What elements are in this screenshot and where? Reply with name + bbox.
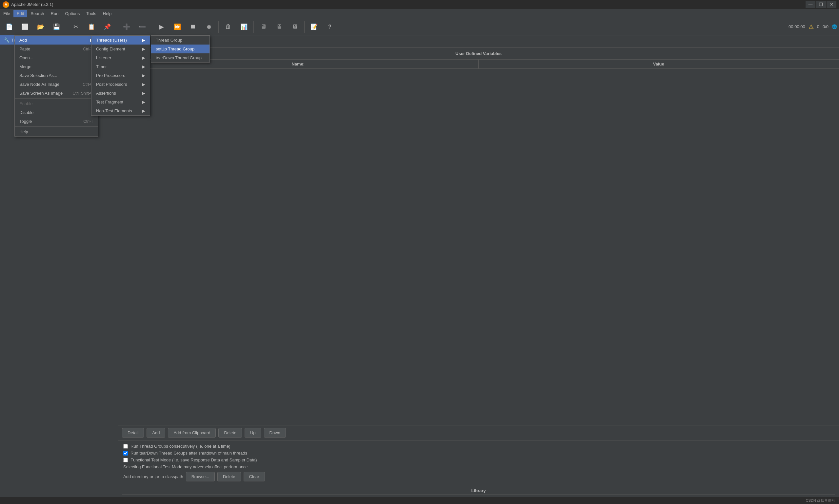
- timer-display: 00:00:00: [788, 24, 805, 29]
- expand-button[interactable]: ➕: [119, 20, 134, 34]
- ctx-pre-processors-label: Pre Processors: [96, 73, 125, 78]
- menu-search[interactable]: Search: [27, 10, 47, 17]
- run-consecutively-checkbox[interactable]: [123, 444, 128, 449]
- browse-button[interactable]: Browse...: [186, 472, 215, 481]
- stop-button[interactable]: ⏹: [186, 20, 200, 34]
- ctx-listener-item[interactable]: Listener ▶: [91, 53, 150, 62]
- ctx-toggle-item[interactable]: Toggle Ctrl-T: [15, 117, 98, 126]
- classpath-clear-button[interactable]: Clear: [244, 472, 265, 481]
- shutdown-button[interactable]: ⊗: [202, 20, 216, 34]
- ctx-enable-item: Enable: [15, 99, 98, 108]
- table-body: [118, 69, 839, 425]
- toolbar-sep-6: [304, 21, 305, 33]
- ctx-paste-label: Paste: [19, 47, 30, 51]
- remote-stop-button[interactable]: 🖥: [288, 20, 302, 34]
- close-button[interactable]: ✕: [826, 1, 836, 8]
- run-teardown-label: Run tearDown Thread Groups after shutdow…: [131, 451, 247, 455]
- menu-help[interactable]: Help: [100, 10, 115, 17]
- title-bar: A Apache JMeter (5.2.1) — ❐ ✕: [0, 0, 839, 9]
- col-value: Value: [479, 59, 839, 69]
- minimize-button[interactable]: —: [806, 1, 816, 8]
- context-menu-edit: Add ▶ Paste Ctrl-V Open... Merge Save Se…: [14, 35, 98, 137]
- ctx-save-selection-item[interactable]: Save Selection As...: [15, 71, 98, 80]
- remote-start-button[interactable]: 🖥: [256, 20, 271, 34]
- new-button[interactable]: 📄: [2, 20, 16, 34]
- button-row: Detail Add Add from Clipboard Delete Up …: [118, 425, 839, 440]
- options-section: Run Thread Groups consecutively (i.e. on…: [118, 440, 839, 485]
- run-button[interactable]: ▶: [154, 20, 169, 34]
- ctx-threads-users-label: Threads (Users): [96, 38, 127, 42]
- cut-button[interactable]: ✂: [69, 20, 83, 34]
- ctx-timer-arrow: ▶: [142, 64, 145, 69]
- ctx-add-label: Add: [19, 38, 27, 42]
- ctx-test-fragment-item[interactable]: Test Fragment ▶: [91, 97, 150, 106]
- add-from-clipboard-button[interactable]: Add from Clipboard: [168, 428, 216, 437]
- menu-file[interactable]: File: [0, 10, 14, 17]
- collapse-button[interactable]: ➖: [135, 20, 150, 34]
- ctx-setup-thread-group-item[interactable]: setUp Thread Group: [151, 44, 209, 53]
- menu-options[interactable]: Options: [62, 10, 83, 17]
- ctx-save-node-image-item[interactable]: Save Node As Image Ctrl-G: [15, 80, 98, 89]
- ctx-config-element-arrow: ▶: [142, 47, 145, 51]
- ctx-disable-item[interactable]: Disable: [15, 108, 98, 117]
- copy-button[interactable]: 📋: [84, 20, 99, 34]
- clear-all-button[interactable]: 🗑: [221, 20, 235, 34]
- ctx-paste-item[interactable]: Paste Ctrl-V: [15, 44, 98, 53]
- ctx-non-test-elements-item[interactable]: Non-Test Elements ▶: [91, 106, 150, 115]
- ctx-open-label: Open...: [19, 55, 33, 60]
- ctx-sep-1: [15, 98, 98, 98]
- menu-bar: File Edit Search Run Options Tools Help: [0, 9, 839, 18]
- ctx-thread-group-item[interactable]: Thread Group: [151, 36, 209, 44]
- menu-run[interactable]: Run: [48, 10, 62, 17]
- open-button[interactable]: 📂: [33, 20, 48, 34]
- ctx-open-item[interactable]: Open...: [15, 53, 98, 62]
- clear-button[interactable]: 📊: [237, 20, 251, 34]
- up-button[interactable]: Up: [244, 428, 261, 437]
- ctx-disable-label: Disable: [19, 110, 33, 115]
- ctx-assertions-item[interactable]: Assertions ▶: [91, 89, 150, 97]
- functional-test-mode-checkbox[interactable]: [123, 458, 128, 463]
- ctx-config-element-item[interactable]: Config Element ▶: [91, 44, 150, 53]
- toolbar-sep-1: [66, 21, 66, 33]
- run-no-pause-button[interactable]: ⏩: [170, 20, 185, 34]
- toolbar-right: 00:00:00 ⚠ 0 0/0 🌐: [788, 23, 837, 31]
- ctx-teardown-thread-group-label: tearDown Thread Group: [156, 55, 202, 60]
- classpath-delete-button[interactable]: Delete: [217, 472, 241, 481]
- detail-button[interactable]: Detail: [122, 428, 144, 437]
- ctx-assertions-label: Assertions: [96, 91, 116, 96]
- ctx-merge-label: Merge: [19, 64, 32, 69]
- ctx-merge-item[interactable]: Merge: [15, 62, 98, 71]
- ctx-pre-processors-item[interactable]: Pre Processors ▶: [91, 71, 150, 80]
- add-button[interactable]: Add: [147, 428, 165, 437]
- ctx-save-screen-image-item[interactable]: Save Screen As Image Ctrl+Shift-G: [15, 89, 98, 97]
- down-button[interactable]: Down: [264, 428, 286, 437]
- option-row-1: Run Thread Groups consecutively (i.e. on…: [123, 444, 834, 449]
- menu-tools[interactable]: Tools: [83, 10, 99, 17]
- ctx-add-item[interactable]: Add ▶: [15, 36, 98, 44]
- delete-button[interactable]: Delete: [218, 428, 242, 437]
- table-header: Name: Value: [118, 59, 839, 69]
- toolbar: 📄 ⬜ 📂 💾 ✂ 📋 📌 ➕ ➖ ▶ ⏩ ⏹ ⊗ 🗑 📊 🖥 🖥 🖥 📝 ? …: [0, 18, 839, 35]
- save-button[interactable]: 💾: [49, 20, 64, 34]
- ctx-teardown-thread-group-item[interactable]: tearDown Thread Group: [151, 53, 209, 62]
- ctx-help-item[interactable]: Help: [15, 127, 98, 136]
- ctx-threads-users-item[interactable]: Threads (Users) ▶: [91, 36, 150, 44]
- ctx-test-fragment-arrow: ▶: [142, 100, 145, 105]
- library-table: Library: [118, 485, 839, 497]
- menu-edit[interactable]: Edit: [14, 10, 27, 17]
- status-text: CSDN @低音偷号: [806, 498, 835, 503]
- restore-button[interactable]: ❐: [816, 1, 826, 8]
- log-button[interactable]: 📝: [307, 20, 321, 34]
- ctx-timer-item[interactable]: Timer ▶: [91, 62, 150, 71]
- run-consecutively-label: Run Thread Groups consecutively (i.e. on…: [131, 444, 230, 449]
- remote-start-all-button[interactable]: 🖥: [272, 20, 286, 34]
- app-title: Apache JMeter (5.2.1): [11, 2, 53, 7]
- test-plan-icon: 🔧: [4, 37, 10, 42]
- ctx-post-processors-label: Post Processors: [96, 82, 127, 87]
- template-button[interactable]: ⬜: [18, 20, 32, 34]
- paste-button[interactable]: 📌: [100, 20, 115, 34]
- run-teardown-checkbox[interactable]: [123, 451, 128, 455]
- app-logo: A: [3, 1, 9, 8]
- help-button[interactable]: ?: [323, 20, 337, 34]
- ctx-post-processors-item[interactable]: Post Processors ▶: [91, 80, 150, 89]
